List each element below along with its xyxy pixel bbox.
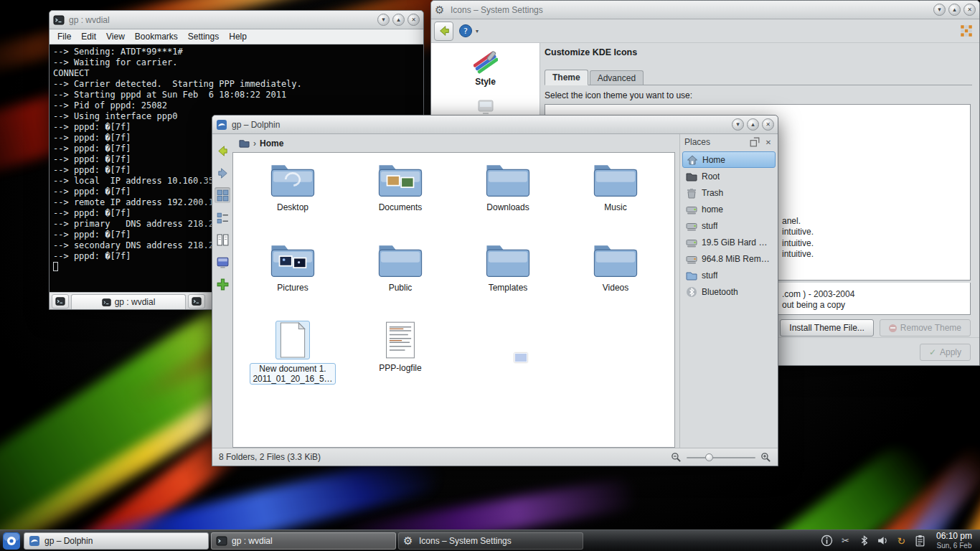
status-text: 8 Folders, 2 Files (3.3 KiB) — [219, 452, 321, 462]
place-item-bluetooth[interactable]: Bluetooth — [682, 283, 776, 300]
usb-icon — [686, 253, 697, 265]
forward-button[interactable] — [215, 165, 230, 181]
clipboard-icon[interactable] — [914, 534, 926, 547]
places-header: Places ✕ — [680, 134, 778, 150]
file-entry[interactable]: Desktop — [239, 160, 347, 240]
maximize-button[interactable] — [747, 118, 759, 131]
install-theme-button[interactable]: Install Theme File... — [780, 319, 873, 336]
minimize-button[interactable] — [933, 4, 946, 16]
terminal-titlebar[interactable]: gp : wvdial — [50, 11, 423, 29]
update-icon[interactable]: ↻ — [895, 534, 908, 547]
folder-icon — [593, 160, 639, 199]
app-launcher-button[interactable] — [2, 532, 21, 550]
maximize-button[interactable] — [392, 14, 405, 26]
file-entry[interactable]: Templates — [454, 240, 562, 321]
task-label: Icons – System Settings — [419, 536, 512, 546]
task-gp-wvdial[interactable]: gp : wvdial — [211, 532, 396, 550]
maximize-button[interactable] — [948, 4, 961, 16]
close-button[interactable] — [963, 4, 976, 16]
task-label: gp – Dolphin — [44, 536, 93, 546]
terminal-icon — [55, 296, 65, 306]
back-button[interactable] — [434, 22, 453, 41]
bluetooth-icon[interactable] — [858, 534, 870, 547]
place-item-trash[interactable]: Trash — [682, 184, 776, 201]
menu-bookmarks[interactable]: Bookmarks — [130, 30, 183, 43]
check-icon: ✓ — [929, 347, 936, 357]
menu-file[interactable]: File — [52, 30, 76, 43]
breadcrumb-home[interactable]: Home — [260, 138, 283, 149]
minimize-button[interactable] — [377, 14, 390, 26]
file-entry[interactable]: Music — [562, 160, 669, 240]
dolphin-view[interactable]: DesktopDocumentsDownloadsMusicPicturesPu… — [232, 152, 675, 448]
task-icons-system-settings[interactable]: ⚙Icons – System Settings — [398, 532, 583, 550]
volume-icon[interactable] — [877, 534, 889, 547]
file-entry[interactable]: PPP-logfile — [347, 321, 454, 401]
place-item-19-5-gib-hard-drive[interactable]: 19.5 GiB Hard Drive — [682, 234, 776, 250]
entry-label: New document 1.2011_01_20_16_5… — [250, 363, 335, 385]
zoom-out-icon[interactable] — [671, 452, 682, 463]
minimize-button[interactable] — [732, 118, 744, 131]
place-item-stuff[interactable]: stuff — [682, 267, 776, 283]
clock[interactable]: 06:10 pm Sun, 6 Feb — [935, 532, 978, 550]
overview-grid-icon[interactable] — [959, 24, 974, 38]
zoom-slider[interactable] — [687, 452, 755, 463]
gear-icon: ⚙ — [403, 535, 415, 547]
file-entry[interactable]: Documents — [347, 160, 454, 240]
ss-tabs: ThemeAdvanced — [545, 70, 972, 85]
system-settings-titlebar[interactable]: ⚙ Icons – System Settings — [431, 1, 979, 19]
close-button[interactable] — [407, 14, 420, 26]
tab-list-button[interactable] — [188, 294, 205, 309]
sidebar-item-partial[interactable] — [477, 98, 494, 116]
file-entry[interactable]: Pictures — [239, 240, 347, 321]
detach-panel-icon[interactable] — [750, 137, 760, 147]
remove-theme-button[interactable]: Remove Theme — [880, 319, 971, 336]
place-item-964-8-mib-remov-[interactable]: 964.8 MiB Remov… — [682, 250, 776, 267]
file-entry[interactable]: Public — [347, 240, 454, 321]
place-item-stuff[interactable]: stuff — [682, 217, 776, 234]
place-item-root[interactable]: Root — [682, 168, 776, 184]
klipper-icon[interactable]: ✂ — [839, 534, 852, 547]
system-settings-toolbar: ? ▾ — [431, 19, 979, 43]
file-entry[interactable]: Downloads — [454, 160, 562, 240]
zoom-in-icon[interactable] — [760, 452, 771, 463]
menu-help[interactable]: Help — [224, 30, 252, 43]
tab-theme[interactable]: Theme — [545, 70, 588, 85]
place-item-home[interactable]: Home — [682, 151, 776, 168]
preview-button[interactable] — [215, 254, 230, 270]
task-gp-dolphin[interactable]: gp – Dolphin — [24, 532, 209, 550]
menu-view[interactable]: View — [101, 30, 130, 43]
folder-icon — [377, 240, 423, 279]
entry-label: Pictures — [277, 283, 308, 293]
help-button[interactable]: ? — [458, 24, 473, 38]
dolphin-titlebar[interactable]: gp – Dolphin — [212, 116, 778, 134]
place-item-home[interactable]: home — [682, 201, 776, 217]
place-label: 964.8 MiB Remov… — [702, 254, 772, 264]
info-icon[interactable] — [821, 534, 833, 547]
new-tab-button[interactable] — [52, 294, 69, 309]
columns-view-button[interactable] — [215, 232, 230, 248]
file-entry[interactable]: New document 1.2011_01_20_16_5… — [239, 321, 347, 401]
details-view-button[interactable] — [215, 209, 230, 225]
zoom-slider-track[interactable] — [687, 457, 755, 458]
menu-settings[interactable]: Settings — [183, 30, 224, 43]
split-button[interactable] — [215, 276, 230, 292]
entry-label: Documents — [379, 202, 423, 212]
terminal-tab[interactable]: gp : wvdial — [71, 294, 186, 309]
task-label: gp : wvdial — [232, 536, 273, 546]
places-folder-icon[interactable] — [239, 138, 250, 149]
system-settings-window-title: Icons – System Settings — [451, 5, 543, 15]
entry-label: Templates — [489, 283, 528, 293]
file-entry[interactable]: Videos — [562, 240, 669, 321]
tab-advanced[interactable]: Advanced — [590, 70, 644, 85]
zoom-slider-handle[interactable] — [705, 453, 713, 461]
back-button[interactable] — [215, 143, 230, 159]
icons-view-button[interactable] — [215, 187, 230, 203]
close-button[interactable] — [762, 118, 774, 131]
close-panel-icon[interactable]: ✕ — [763, 137, 773, 147]
place-label: 19.5 GiB Hard Drive — [702, 237, 772, 248]
place-label: home — [702, 204, 723, 215]
apply-button[interactable]: ✓Apply — [920, 344, 971, 361]
menu-edit[interactable]: Edit — [76, 30, 101, 43]
page-title: Customize KDE Icons — [545, 47, 637, 57]
sidebar-item-style[interactable]: Style — [473, 50, 498, 87]
